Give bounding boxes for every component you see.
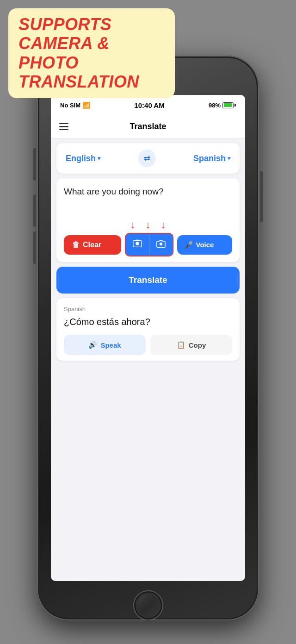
result-action-buttons: 🔊 Speak 📋 Copy [64, 335, 232, 355]
app-header: Translate [51, 115, 245, 138]
target-language-chevron: ▾ [228, 155, 230, 162]
source-language-chevron: ▾ [98, 155, 100, 162]
svg-rect-2 [136, 240, 139, 241]
hamburger-line1 [59, 123, 68, 125]
action-buttons-row: 🗑 Clear [64, 233, 232, 256]
target-language-label: Spanish [193, 154, 226, 163]
translate-button[interactable]: Translate [56, 267, 240, 294]
result-language-label: Spanish [64, 306, 232, 313]
camera-icon [156, 238, 166, 251]
battery-fill [224, 103, 232, 107]
source-language-label: English [66, 154, 96, 163]
hamburger-line2 [59, 126, 68, 127]
photo-icon [132, 238, 142, 251]
arrow-3: ↓ [161, 219, 166, 231]
battery-tip [234, 104, 236, 106]
battery-icon [222, 102, 236, 108]
speaker-icon: 🔊 [88, 341, 97, 349]
camera-button[interactable] [149, 234, 173, 256]
carrier-text: No SIM [60, 102, 80, 109]
microphone-icon: 🎤 [185, 241, 193, 249]
input-text[interactable]: What are you doing now? [64, 186, 232, 213]
phone-shell: No SIM 📶 10:40 AM 98% Transla [37, 56, 259, 620]
clear-label: Clear [83, 241, 101, 249]
hamburger-menu[interactable] [59, 123, 68, 131]
result-text: ¿Cómo estás ahora? [64, 315, 232, 328]
battery-body [222, 102, 234, 108]
media-buttons-group [125, 233, 173, 256]
app-title: Translate [130, 122, 166, 131]
home-button[interactable] [133, 590, 163, 620]
result-area: Spanish ¿Cómo estás ahora? 🔊 Speak 📋 Cop… [56, 298, 240, 361]
status-bar: No SIM 📶 10:40 AM 98% [51, 95, 245, 115]
copy-label: Copy [189, 341, 206, 349]
clear-button[interactable]: 🗑 Clear [64, 235, 121, 255]
svg-point-1 [136, 242, 139, 245]
arrows-row: ↓ ↓ ↓ [64, 219, 232, 231]
voice-label: Voice [196, 241, 214, 249]
swap-languages-button[interactable]: ⇄ [138, 150, 156, 167]
battery-percent: 98% [209, 102, 221, 109]
promo-banner: SUPPORTS CAMERA & PHOTO TRANSLATION [8, 8, 175, 98]
speak-label: Speak [100, 341, 121, 349]
swap-icon: ⇄ [144, 154, 150, 163]
trash-icon: 🗑 [72, 241, 80, 249]
status-right: 98% [209, 102, 236, 109]
status-left: No SIM 📶 [60, 102, 90, 109]
speak-button[interactable]: 🔊 Speak [64, 335, 146, 355]
phone-screen: No SIM 📶 10:40 AM 98% Transla [51, 95, 245, 581]
target-language-button[interactable]: Spanish ▾ [193, 154, 230, 163]
source-language-button[interactable]: English ▾ [66, 154, 100, 163]
input-area: What are you doing now? ↓ ↓ ↓ 🗑 Clear [56, 178, 240, 262]
banner-text-line1: SUPPORTS CAMERA & [18, 15, 165, 53]
language-selector: English ▾ ⇄ Spanish ▾ [56, 143, 240, 174]
arrow-2: ↓ [146, 219, 151, 231]
copy-button[interactable]: 📋 Copy [150, 335, 232, 355]
copy-icon: 📋 [177, 341, 185, 349]
photo-button[interactable] [126, 234, 149, 256]
hamburger-line3 [59, 129, 68, 131]
wifi-icon: 📶 [83, 102, 90, 109]
svg-point-3 [159, 243, 162, 245]
status-time: 10:40 AM [134, 101, 164, 109]
voice-button[interactable]: 🎤 Voice [177, 235, 233, 255]
banner-text-line2: PHOTO TRANSLATION [18, 53, 165, 92]
arrow-1: ↓ [130, 219, 136, 231]
